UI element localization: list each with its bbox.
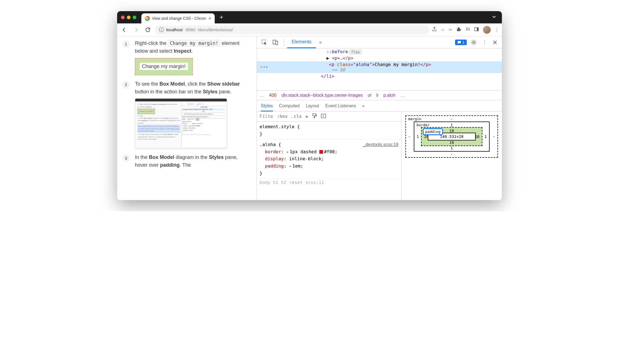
extensions-icon[interactable]	[456, 27, 461, 33]
styles-filter-bar: Filte :hov .cls +	[257, 111, 401, 122]
svg-point-5	[473, 42, 475, 43]
reading-list-icon[interactable]	[465, 27, 470, 33]
minimize-window-button[interactable]	[127, 16, 130, 19]
text: pane.	[217, 89, 231, 94]
crumb-ellipsis[interactable]: …	[400, 93, 405, 98]
eq-zero: == $0	[332, 67, 345, 72]
crumb-item[interactable]: p.aloh	[383, 93, 396, 98]
svg-rect-6	[313, 114, 316, 116]
selected-dom-node[interactable]: ••• <p class="aloha">Change my margin!</…	[257, 61, 502, 73]
more-subtabs-icon[interactable]: »	[362, 103, 365, 108]
code-inline: Change my margin!	[168, 40, 220, 47]
subtab-styles[interactable]: Styles	[261, 100, 273, 111]
source-file-link[interactable]: _devtools.scss:19	[363, 141, 398, 148]
step-number: 3	[122, 154, 130, 162]
subtab-layout[interactable]: Layout	[306, 103, 319, 108]
bm-label-border: border	[417, 123, 430, 127]
text: Styles	[203, 89, 217, 94]
margin-demo-wrapper: Change my margin!	[135, 58, 193, 75]
scissors-icon[interactable]: ✂	[449, 27, 452, 32]
crumb-ellipsis[interactable]: …	[260, 93, 264, 98]
color-swatch[interactable]	[319, 150, 323, 154]
dom-tag: </li>	[321, 74, 334, 79]
svg-rect-7	[314, 117, 315, 118]
bm-label-margin: margin	[408, 117, 421, 121]
crumb-item[interactable]: div.stack.stack--block.type.center-image…	[282, 93, 363, 98]
text: diagram in the	[174, 154, 209, 160]
hov-toggle[interactable]: :hov	[277, 114, 288, 119]
flex-badge[interactable]: flex	[349, 50, 362, 54]
maximize-window-button[interactable]	[133, 16, 136, 19]
subtab-event-listeners[interactable]: Event Listeners	[325, 103, 356, 108]
text: Show sidebar	[207, 81, 240, 87]
device-toolbar-icon[interactable]	[271, 38, 280, 47]
url-port: :8080	[185, 27, 195, 32]
svg-rect-4	[275, 41, 278, 45]
traffic-lights	[121, 16, 136, 19]
dom-tag: <p>	[332, 55, 340, 61]
forward-button[interactable]	[132, 25, 141, 34]
styles-subtabs: Styles Computed Layout Event Listeners »	[257, 100, 502, 111]
text: Inspect	[174, 48, 191, 54]
breadcrumb[interactable]: … 400 div.stack.stack--block.type.center…	[257, 90, 502, 100]
issues-badge[interactable]: 1	[455, 40, 467, 45]
dom-tree[interactable]: ::beforeflex ▶ <p>…</p> ••• <p class="al…	[257, 48, 502, 90]
style-rule-dim[interactable]: body h1 h2 reset scss:11	[257, 179, 401, 186]
browser-tab[interactable]: View and change CSS - Chrom ×	[141, 13, 215, 23]
reload-button[interactable]	[143, 25, 152, 34]
chrome-menu-icon[interactable]: ⋮	[495, 27, 499, 32]
tab-elements[interactable]: Elements	[287, 36, 316, 48]
step-number: 1	[122, 40, 130, 48]
devtools-menu-icon[interactable]: ⋮	[481, 38, 489, 47]
cls-toggle[interactable]: .cls	[291, 114, 302, 119]
tabs-dropdown-icon[interactable]	[492, 14, 496, 20]
bookmark-icon[interactable]: ☆	[441, 27, 445, 32]
site-info-icon[interactable]: ⓘ	[159, 26, 164, 33]
step-2: 2 To see the Box Model, click the Show s…	[122, 80, 249, 149]
devtools-top-bar: Elements » 1 ⋮	[257, 36, 502, 48]
new-tab-button[interactable]: +	[220, 14, 223, 21]
page-content: 1 Right-click the Change my margin! elem…	[117, 36, 257, 200]
crumb-item[interactable]: li	[376, 93, 378, 98]
address-bar[interactable]: ⓘ localhost:8080/docs/devtools/css/	[155, 25, 429, 34]
dom-pseudo: ::before	[327, 49, 348, 54]
url-host: localhost	[166, 27, 183, 32]
box-model-diagram[interactable]: margin - - - - border 1 1 1 1 padding	[402, 111, 502, 200]
screenshot-thumbnail: 1 Right-click the Change my margin! elem…	[135, 98, 227, 149]
text: To see the	[135, 81, 159, 87]
tab-title: View and change CSS - Chrom	[152, 16, 206, 21]
subtab-computed[interactable]: Computed	[279, 103, 300, 108]
filter-input[interactable]: Filte	[260, 114, 274, 119]
change-my-margin-element[interactable]: Change my margin!	[140, 63, 188, 70]
text: Styles	[209, 154, 224, 160]
back-button[interactable]	[120, 25, 129, 34]
svg-rect-1	[477, 28, 478, 31]
close-window-button[interactable]	[121, 16, 125, 19]
close-devtools-icon[interactable]	[491, 38, 499, 47]
close-tab-icon[interactable]: ×	[208, 16, 211, 21]
crumb-item[interactable]: 400	[269, 93, 277, 98]
text: . The	[180, 162, 191, 168]
text: button in the action bar on the	[135, 89, 203, 94]
browser-window: View and change CSS - Chrom × + ⓘ localh…	[117, 11, 502, 200]
settings-icon[interactable]	[469, 38, 478, 47]
share-icon[interactable]	[432, 27, 437, 33]
text: In the	[135, 154, 149, 160]
inspect-element-icon[interactable]	[260, 38, 269, 47]
url-path: /docs/devtools/css/	[198, 27, 233, 32]
sidebar-toggle-icon[interactable]	[321, 113, 326, 120]
style-rule-element[interactable]: element.style { }	[257, 122, 401, 139]
style-rule-aloha[interactable]: _devtools.scss:19 .aloha { border: ▸1px …	[257, 139, 401, 179]
text: Box Model	[149, 154, 174, 160]
paint-icon[interactable]	[312, 113, 317, 120]
sidepanel-icon[interactable]	[474, 27, 479, 33]
step-number: 2	[122, 81, 130, 89]
step-3: 3 In the Box Model diagram in the Styles…	[122, 154, 249, 169]
new-rule-icon[interactable]: +	[305, 113, 308, 120]
text: Box Model	[159, 81, 185, 87]
more-tabs-icon[interactable]: »	[318, 38, 323, 47]
crumb-item[interactable]: ol	[368, 93, 371, 98]
titlebar: View and change CSS - Chrom × +	[117, 11, 502, 23]
styles-pane: Filte :hov .cls + element.style { } _dev…	[257, 111, 402, 200]
profile-avatar[interactable]	[483, 26, 491, 34]
